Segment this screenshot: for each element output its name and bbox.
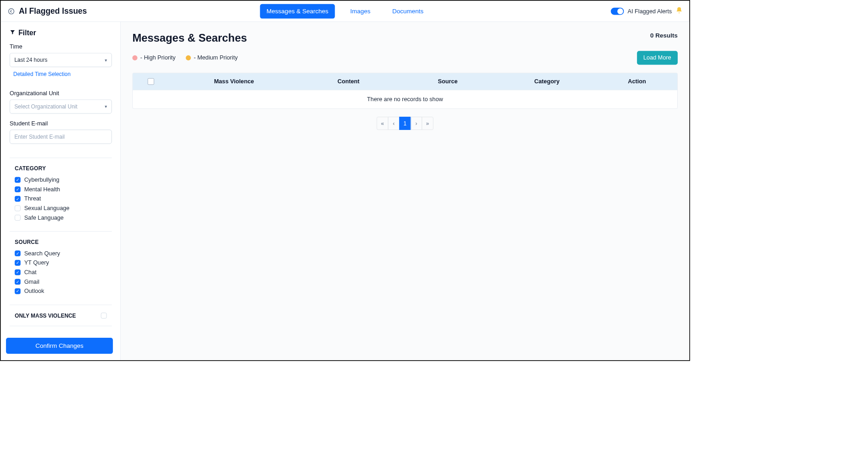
org-unit-label: Organizational Unit [10,90,112,96]
time-select-value: Last 24 hours [14,57,47,63]
legend-high-label: - High Priority [140,54,176,61]
priority-row: - High Priority - Medium Priority Load M… [132,51,678,65]
org-unit-select[interactable]: Select Organizational Unit [10,99,112,114]
empty-message: There are no records to show [133,90,677,108]
category-label: Sexual Language [24,205,69,211]
divider [10,326,112,326]
column-mass-violence: Mass Violence [169,73,299,90]
back-icon[interactable] [7,7,15,15]
student-email-input[interactable] [10,130,112,144]
select-all-checkbox-icon [148,78,154,85]
source-label: Outlook [24,288,44,294]
load-more-button[interactable]: Load More [637,51,677,65]
checkbox-icon [101,313,107,319]
source-label: Chat [24,269,36,276]
detailed-time-link[interactable]: Detailed Time Selection [13,70,70,77]
page-title: AI Flagged Issues [19,6,87,16]
page-prev[interactable]: ‹ [388,117,399,130]
filter-heading: Filter [10,28,112,37]
checkbox-icon: ✓ [15,250,21,256]
page-next[interactable]: › [411,117,422,130]
checkbox-icon: ✓ [15,288,21,294]
column-category: Category [497,73,596,90]
filter-sidebar: Filter Time Last 24 hours Detailed Time … [1,22,121,360]
column-content: Content [299,73,398,90]
main-title: Messages & Searches [132,32,247,44]
only-mass-violence-label: ONLY MASS VIOLENCE [15,312,76,319]
category-label: Safe Language [24,214,63,221]
source-label: YT Query [24,259,48,266]
time-label: Time [10,43,112,50]
source-list: ✓ Search Query ✓ YT Query ✓ Chat ✓ Gmail… [15,250,112,297]
results-count: 0 Results [650,32,678,39]
divider [10,157,112,158]
body-wrap: Filter Time Last 24 hours Detailed Time … [1,22,690,360]
category-label: Mental Health [24,186,59,192]
source-outlook[interactable]: ✓ Outlook [15,288,112,294]
source-gmail[interactable]: ✓ Gmail [15,278,112,285]
column-action: Action [596,73,677,90]
table-header: Mass Violence Content Source Category Ac… [133,73,677,90]
checkbox-icon: ✓ [15,196,21,202]
dot-medium-icon [186,55,191,60]
legend-medium-label: - Medium Priority [194,54,238,61]
main-content: Messages & Searches 0 Results - High Pri… [121,22,689,360]
pagination: « ‹ 1 › » [132,117,678,130]
header-left: AI Flagged Issues [7,6,87,16]
legend-medium-priority: - Medium Priority [186,54,238,61]
tab-messages-searches[interactable]: Messages & Searches [260,4,335,18]
divider [10,304,112,305]
page-last[interactable]: » [422,117,433,130]
category-cyberbullying[interactable]: ✓ Cyberbullying [15,177,112,183]
source-chat[interactable]: ✓ Chat [15,269,112,276]
legend-high-priority: - High Priority [132,54,176,61]
bell-icon[interactable] [675,6,683,16]
results-table: Mass Violence Content Source Category Ac… [132,73,678,109]
page-first[interactable]: « [377,117,388,130]
column-source: Source [398,73,498,90]
header-tabs: Messages & Searches Images Documents [260,4,430,18]
category-section-title: CATEGORY [15,165,112,172]
source-section-title: SOURCE [15,239,112,245]
category-label: Cyberbullying [24,177,59,183]
checkbox-icon [15,215,21,221]
checkbox-icon [15,205,21,211]
source-label: Gmail [24,278,39,285]
checkbox-icon: ✓ [15,269,21,275]
org-unit-field-group: Organizational Unit Select Organizationa… [10,90,112,114]
checkbox-icon: ✓ [15,279,21,285]
category-list: ✓ Cyberbullying ✓ Mental Health ✓ Threat… [15,177,112,224]
category-mental-health[interactable]: ✓ Mental Health [15,186,112,192]
dot-high-icon [132,55,137,60]
only-mass-violence-row[interactable]: ONLY MASS VIOLENCE [15,312,107,319]
category-threat[interactable]: ✓ Threat [15,195,112,202]
checkbox-icon: ✓ [15,260,21,266]
tab-images[interactable]: Images [343,4,377,18]
org-unit-placeholder: Select Organizational Unit [14,103,77,110]
divider [10,231,112,232]
source-search-query[interactable]: ✓ Search Query [15,250,112,256]
alerts-label: AI Flagged Alerts [627,8,672,14]
alerts-toggle[interactable] [611,7,624,15]
page-current[interactable]: 1 [399,117,411,130]
source-yt-query[interactable]: ✓ YT Query [15,259,112,266]
checkbox-icon: ✓ [15,186,21,192]
header-right: AI Flagged Alerts [611,6,683,16]
source-label: Search Query [24,250,59,256]
category-sexual-language[interactable]: Sexual Language [15,205,112,211]
student-email-field-group: Student E-mail [10,120,112,144]
tab-documents[interactable]: Documents [386,4,430,18]
category-safe-language[interactable]: Safe Language [15,214,112,221]
header-bar: AI Flagged Issues Messages & Searches Im… [1,1,690,22]
confirm-changes-button[interactable]: Confirm Changes [6,338,113,354]
checkbox-icon: ✓ [15,177,21,183]
time-field-group: Time Last 24 hours Detailed Time Selecti… [10,43,112,83]
column-select-all[interactable] [133,73,169,90]
main-header: Messages & Searches 0 Results [132,32,678,51]
priority-legend: - High Priority - Medium Priority [132,54,237,61]
filter-title-text: Filter [18,28,36,37]
filter-icon [10,29,16,36]
time-select[interactable]: Last 24 hours [10,53,112,67]
svg-point-0 [9,8,14,14]
category-label: Threat [24,195,41,202]
